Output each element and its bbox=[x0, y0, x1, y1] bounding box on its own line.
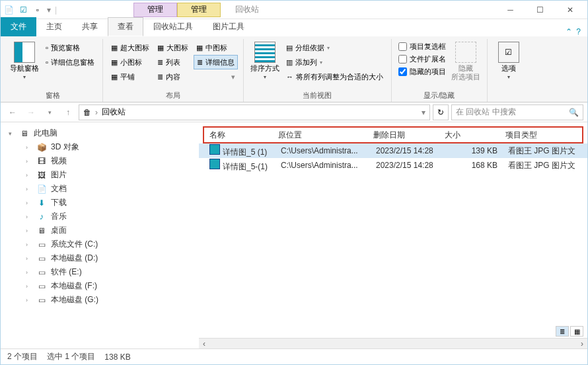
tree-item[interactable]: ›下载 bbox=[1, 196, 199, 210]
help-icon[interactable]: ? bbox=[576, 27, 581, 36]
layout-details-button[interactable]: ≣详细信息 bbox=[194, 55, 238, 69]
search-icon[interactable]: 🔍 bbox=[569, 108, 579, 117]
expand-icon[interactable]: › bbox=[26, 172, 32, 179]
sizecols-button[interactable]: ↔将所有列调整为合适的大小 bbox=[283, 69, 386, 84]
window-controls: ─ ☐ ✕ bbox=[496, 1, 585, 19]
qat-dropdown-icon[interactable]: ▾ bbox=[47, 5, 51, 15]
forward-button[interactable]: → bbox=[23, 104, 39, 120]
addcol-button[interactable]: ▥添加列 ▾ bbox=[283, 55, 386, 69]
col-size[interactable]: 大小 bbox=[439, 130, 500, 141]
expand-icon[interactable]: › bbox=[26, 227, 32, 234]
layout-small-button[interactable]: ▦小图标 bbox=[108, 55, 152, 69]
back-button[interactable]: ← bbox=[5, 104, 20, 120]
qat-folder-icon[interactable]: ▫ bbox=[32, 5, 43, 15]
groupby-button[interactable]: ▤分组依据 ▾ bbox=[283, 40, 386, 55]
scroll-track[interactable] bbox=[209, 339, 577, 348]
recent-dropdown[interactable]: ▾ bbox=[42, 104, 57, 120]
expand-icon[interactable]: › bbox=[26, 200, 32, 206]
options-button[interactable]: ☑ 选项 ▾ bbox=[493, 40, 525, 81]
navigation-tree[interactable]: ▾ 此电脑 ›3D 对象›视频›图片›文档›下载›音乐›桌面›系统文件 (C:)… bbox=[1, 122, 199, 348]
file-name: 详情图_5 (1) bbox=[223, 147, 267, 157]
tab-home[interactable]: 主页 bbox=[36, 17, 72, 36]
layout-list-button[interactable]: ≣列表 bbox=[155, 55, 191, 69]
view-details-icon[interactable]: ≣ bbox=[556, 326, 569, 337]
tree-item[interactable]: ›3D 对象 bbox=[1, 140, 199, 154]
qat-check-icon[interactable]: ☑ bbox=[18, 5, 28, 15]
view-thumbnails-icon[interactable]: ▦ bbox=[570, 326, 583, 337]
layout-large-button[interactable]: ▦大图标 bbox=[155, 40, 191, 55]
tree-this-pc[interactable]: ▾ 此电脑 bbox=[1, 126, 199, 140]
minimize-button[interactable]: ─ bbox=[496, 1, 525, 19]
tree-item-label: 3D 对象 bbox=[51, 142, 79, 153]
large-icon: ▦ bbox=[157, 44, 164, 52]
col-date-deleted[interactable]: 删除日期 bbox=[368, 130, 439, 141]
up-button[interactable]: ↑ bbox=[60, 104, 76, 120]
quick-access-toolbar: 📄 ☑ ▫ ▾ | bbox=[3, 5, 57, 15]
close-button[interactable]: ✕ bbox=[555, 1, 585, 19]
layout-xlarge-button[interactable]: ▦超大图标 bbox=[108, 40, 152, 55]
qat-file-icon[interactable]: 📄 bbox=[3, 5, 14, 15]
nav-pane-button[interactable]: 导航窗格 ▾ bbox=[9, 40, 40, 81]
scroll-left-icon[interactable]: ‹ bbox=[199, 339, 209, 348]
refresh-button[interactable]: ↻ bbox=[433, 104, 449, 120]
tree-item[interactable]: ›系统文件 (C:) bbox=[1, 237, 199, 251]
tab-file[interactable]: 文件 bbox=[1, 17, 36, 36]
status-bar: 2 个项目 选中 1 个项目 138 KB bbox=[1, 348, 587, 364]
tab-share[interactable]: 共享 bbox=[72, 17, 108, 36]
checkbox-hidden-items[interactable]: 隐藏的项目 bbox=[397, 65, 447, 78]
scroll-right-icon[interactable]: › bbox=[577, 339, 587, 348]
expand-icon[interactable]: › bbox=[26, 269, 32, 276]
address-bar[interactable]: 🗑 › 回收站 ▾ bbox=[79, 104, 430, 120]
tree-item[interactable]: ›桌面 bbox=[1, 223, 199, 237]
tree-item[interactable]: ›本地磁盘 (F:) bbox=[1, 279, 199, 293]
tree-item[interactable]: ›软件 (E:) bbox=[1, 265, 199, 279]
column-headers: 名称 原位置 删除日期 大小 项目类型 bbox=[203, 126, 583, 143]
maximize-button[interactable]: ☐ bbox=[525, 1, 555, 19]
expand-icon[interactable]: › bbox=[26, 283, 32, 290]
ribbon-collapse-icon[interactable]: ⌃ bbox=[566, 27, 572, 36]
preview-pane-button[interactable]: ▫预览窗格 bbox=[43, 40, 97, 55]
layout-content-button[interactable]: ≣内容 bbox=[155, 69, 191, 84]
expand-icon[interactable]: › bbox=[26, 158, 32, 165]
expand-icon[interactable]: › bbox=[26, 255, 32, 262]
details-pane-button[interactable]: ▫详细信息窗格 bbox=[43, 55, 97, 69]
layout-medium-button[interactable]: ▦中图标 bbox=[194, 40, 238, 55]
tree-item[interactable]: ›文档 bbox=[1, 182, 199, 196]
col-item-type[interactable]: 项目类型 bbox=[500, 130, 582, 141]
col-name[interactable]: 名称 bbox=[204, 130, 273, 141]
context-tab-manage-picture[interactable]: 管理 bbox=[177, 3, 221, 17]
checkbox-file-extensions[interactable]: 文件扩展名 bbox=[397, 53, 447, 65]
tab-picture-tools[interactable]: 图片工具 bbox=[203, 17, 254, 36]
layout-tiles-button[interactable]: ▦平铺 bbox=[108, 69, 152, 84]
expand-icon[interactable]: › bbox=[26, 241, 32, 248]
layout-more-button[interactable]: ▾ bbox=[194, 69, 238, 84]
search-input[interactable]: 在 回收站 中搜索 🔍 bbox=[451, 104, 583, 120]
expand-icon[interactable]: › bbox=[26, 214, 32, 220]
tab-recyclebin-tools[interactable]: 回收站工具 bbox=[143, 17, 203, 36]
tab-view[interactable]: 查看 bbox=[108, 17, 143, 36]
expand-icon[interactable]: › bbox=[26, 297, 32, 304]
file-original-location: C:\Users\Administra... bbox=[276, 161, 371, 170]
context-tab-manage-recyclebin[interactable]: 管理 bbox=[133, 3, 177, 17]
tree-item[interactable]: ›视频 bbox=[1, 154, 199, 168]
expand-icon[interactable]: ▾ bbox=[9, 130, 15, 137]
tree-item[interactable]: ›音乐 bbox=[1, 210, 199, 223]
file-row[interactable]: 详情图_5 (1) C:\Users\Administra... 2023/2/… bbox=[199, 143, 587, 158]
horizontal-scrollbar[interactable]: ‹ › bbox=[199, 338, 587, 348]
checkbox-item-checkboxes[interactable]: 项目复选框 bbox=[397, 40, 447, 53]
expand-icon[interactable]: › bbox=[26, 144, 32, 151]
hide-selected-button[interactable]: 隐藏 所选项目 bbox=[450, 40, 482, 83]
breadcrumb-location[interactable]: 回收站 bbox=[102, 106, 126, 118]
expand-icon[interactable]: › bbox=[26, 186, 32, 192]
file-row[interactable]: 详情图_5-(1) C:\Users\Administra... 2023/2/… bbox=[199, 158, 587, 173]
tree-item-label: 音乐 bbox=[51, 211, 67, 222]
file-original-location: C:\Users\Administra... bbox=[276, 146, 371, 155]
address-dropdown-icon[interactable]: ▾ bbox=[422, 108, 425, 117]
tree-item[interactable]: ›图片 bbox=[1, 168, 199, 182]
tree-item[interactable]: ›本地磁盘 (D:) bbox=[1, 251, 199, 265]
col-original-location[interactable]: 原位置 bbox=[273, 130, 368, 141]
tree-item-label: 桌面 bbox=[51, 225, 67, 236]
tree-item-icon bbox=[36, 156, 47, 167]
tree-item[interactable]: ›本地磁盘 (G:) bbox=[1, 293, 199, 307]
sort-button[interactable]: 排序方式 ▾ bbox=[249, 40, 281, 81]
